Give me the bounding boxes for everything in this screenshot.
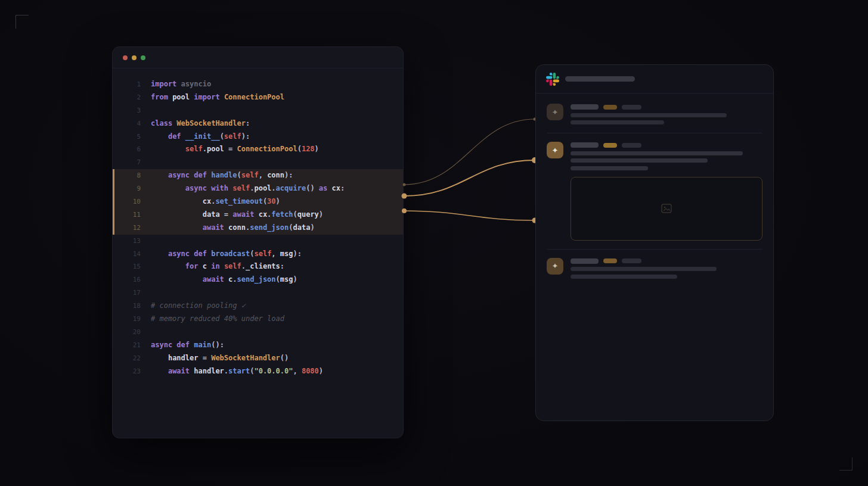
message-text-placeholder [571,113,727,117]
code-line: 7 [113,156,403,169]
meta-placeholder [622,105,641,110]
code-line: 13 [113,235,403,248]
code-line: 9 async with self.pool.acquire() as cx: [113,182,403,195]
line-number: 17 [114,286,151,300]
line-number: 5 [114,130,151,144]
code-text: class WebSocketHandler: [151,117,250,130]
message-text-placeholder [571,166,648,170]
code-editor-window: 1import asyncio2from pool import Connect… [112,46,404,438]
message-text-placeholder [571,275,677,279]
slack-panel-header [536,65,773,94]
username-placeholder [571,258,599,264]
message-text-placeholder [571,120,664,124]
code-text: cx.set_timeout(30) [151,195,280,208]
message-text-placeholder [571,158,708,163]
line-number: 6 [114,143,151,156]
message-meta-row [571,142,762,148]
message-content [571,142,762,241]
line-number: 19 [114,313,151,326]
code-line: 12 await conn.send_json(data) [113,222,403,235]
code-line: 19# memory reduced 40% under load [113,313,403,326]
attachment-preview-box [571,177,762,241]
slack-message: ✦ [547,142,762,241]
code-text: async def broadcast(self, msg): [151,248,302,261]
code-line: 18# connection pooling ✓ [113,300,403,313]
connector-line [404,211,535,220]
slack-messages: ✦✦✦ [536,94,773,279]
code-line: 11 data = await cx.fetch(query) [113,208,403,222]
code-text: for c in self._clients: [151,260,284,273]
timestamp-placeholder [603,105,617,110]
code-text: import asyncio [151,78,211,91]
message-divider [547,249,762,250]
code-line: 8 async def handle(self, conn): [113,169,403,182]
line-number: 18 [114,300,151,313]
code-line: 2from pool import ConnectionPool [113,91,403,104]
line-number: 20 [114,326,151,339]
code-line: 23 await handler.start("0.0.0.0", 8080) [113,365,403,378]
image-placeholder-icon [661,204,672,213]
code-line: 4class WebSocketHandler: [113,117,403,130]
code-line: 1import asyncio [113,78,403,91]
line-number: 16 [114,273,151,286]
message-meta-row [571,104,762,110]
message-content [571,104,762,124]
message-meta-row [571,258,762,264]
line-number: 7 [114,156,151,169]
slack-message: ✦ [547,258,762,279]
message-content [571,258,762,279]
line-number: 14 [114,248,151,261]
slack-panel: ✦✦✦ [535,64,774,421]
line-number: 2 [114,91,151,104]
code-line: 5 def __init__(self): [113,130,403,144]
code-lines: 1import asyncio2from pool import Connect… [113,68,403,378]
code-line: 16 await c.send_json(msg) [113,273,403,286]
code-text: self.pool = ConnectionPool(128) [151,143,319,156]
line-number: 21 [114,339,151,352]
crop-mark-bottom-right [839,457,852,471]
timestamp-placeholder [603,143,617,148]
line-number: 4 [114,117,151,130]
code-line: 14 async def broadcast(self, msg): [113,248,403,261]
code-text: handler = WebSocketHandler() [151,352,289,365]
username-placeholder [571,142,599,148]
line-number: 23 [114,365,151,378]
code-line: 21async def main(): [113,339,403,352]
line-number: 10 [114,195,151,208]
code-text: from pool import ConnectionPool [151,91,284,104]
sparkle-icon: ✦ [552,147,559,154]
code-line: 15 for c in self._clients: [113,260,403,273]
code-line: 6 self.pool = ConnectionPool(128) [113,143,403,156]
zoom-button[interactable] [141,55,145,60]
slack-message: ✦ [547,104,762,124]
code-text: # memory reduced 40% under load [151,313,284,326]
line-number: 3 [114,104,151,117]
code-text: await c.send_json(msg) [151,273,297,286]
connector-line [404,119,535,185]
connector-line [404,160,535,196]
line-number: 15 [114,260,151,273]
editor-titlebar [113,47,403,68]
message-divider [547,133,762,133]
close-button[interactable] [123,55,128,60]
sparkle-icon: ✦ [552,108,559,116]
code-text: def __init__(self): [151,130,250,144]
code-text: await conn.send_json(data) [151,222,315,235]
code-text: async def handle(self, conn): [151,169,293,182]
page-background: { "editor": { "window_controls": [ {"nam… [0,0,868,486]
code-text: async with self.pool.acquire() as cx: [151,182,345,195]
minimize-button[interactable] [132,55,137,60]
bot-avatar: ✦ [547,104,563,120]
header-title-placeholder [565,76,635,82]
message-text-placeholder [571,267,717,271]
code-line: 17 [113,286,403,300]
message-text-placeholder [571,151,743,155]
line-number: 22 [114,352,151,365]
code-text: data = await cx.fetch(query) [151,208,323,222]
line-number: 12 [114,222,151,235]
bot-avatar: ✦ [547,142,563,158]
code-line: 20 [113,326,403,339]
bot-avatar: ✦ [547,258,563,275]
code-text: await handler.start("0.0.0.0", 8080) [151,365,323,378]
code-line: 10 cx.set_timeout(30) [113,195,403,208]
